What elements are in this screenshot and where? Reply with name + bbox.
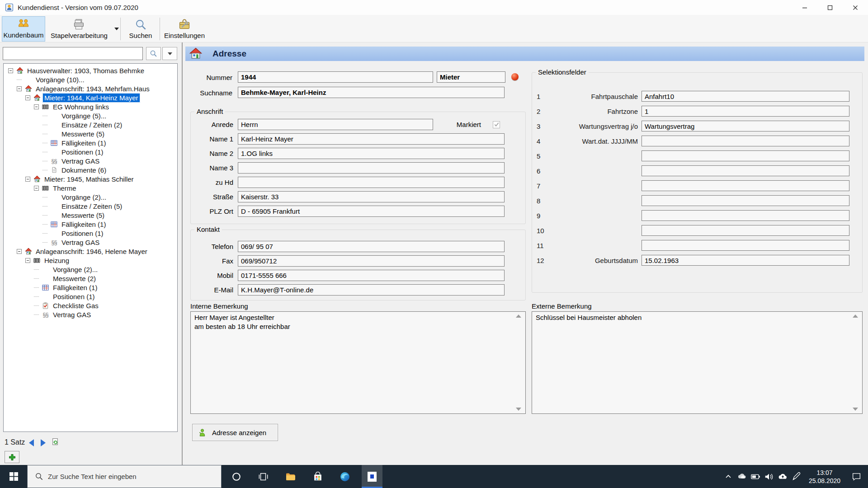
cortana-icon[interactable] [226, 465, 247, 488]
suchname-input[interactable] [238, 87, 505, 98]
selection-field-input[interactable] [642, 255, 849, 266]
selection-field-input[interactable] [642, 91, 849, 102]
toolbar-button-suchen[interactable]: Suchen [124, 16, 157, 42]
scroll-up-icon[interactable] [853, 314, 858, 318]
add-record-button[interactable] [5, 451, 19, 463]
selection-field-input[interactable] [642, 165, 849, 176]
collapse-toggle-icon[interactable] [25, 95, 30, 100]
pen-icon[interactable] [789, 465, 803, 488]
tree-item[interactable]: Hausverwalter: 1903, Thomas Behmke [4, 66, 177, 75]
microsoft-store-icon[interactable] [307, 465, 328, 488]
scroll-down-icon[interactable] [516, 408, 521, 411]
collapse-toggle-icon[interactable] [8, 68, 13, 73]
name2-input[interactable] [238, 148, 505, 159]
selection-field-input[interactable] [642, 210, 849, 221]
collapse-toggle-icon[interactable] [17, 249, 22, 254]
tree-item[interactable]: Fälligkeiten (1) [4, 283, 177, 292]
selection-field-input[interactable] [642, 106, 849, 117]
tree-item[interactable]: Vorgänge (10)... [4, 75, 177, 84]
battery-icon[interactable] [749, 465, 762, 488]
tree-item[interactable]: Dokumente (6) [4, 165, 177, 174]
tree-item[interactable]: Positionen (1) [4, 292, 177, 301]
tree-search-button[interactable] [146, 47, 161, 60]
selection-field-input[interactable] [642, 195, 849, 206]
collapse-toggle-icon[interactable] [34, 104, 39, 109]
nummer-input[interactable] [238, 71, 433, 83]
stapelverarbeitung-dropdown-icon[interactable] [114, 28, 119, 30]
file-explorer-icon[interactable] [280, 465, 301, 488]
adresse-anzeigen-button[interactable]: Adresse anzeigen [192, 424, 278, 441]
tree-item[interactable]: Messwerte (5) [4, 211, 177, 220]
fax-input[interactable] [238, 255, 505, 267]
collapse-toggle-icon[interactable] [17, 86, 22, 91]
scroll-up-icon[interactable] [516, 314, 521, 318]
selection-field-input[interactable] [642, 136, 849, 146]
toolbar-button-einstellungen[interactable]: Einstellungen [162, 16, 207, 42]
tree-item[interactable]: Einsätze / Zeiten (2) [4, 120, 177, 129]
name1-input[interactable] [238, 133, 505, 145]
tree-item[interactable]: Positionen (1) [4, 229, 177, 238]
tree-item[interactable]: Anlageanschrift: 1946, Helene Mayer [4, 247, 177, 256]
close-icon[interactable] [843, 0, 868, 15]
scroll-down-icon[interactable] [853, 408, 858, 411]
tree-item[interactable]: Positionen (1) [4, 147, 177, 156]
selection-field-input[interactable] [642, 240, 849, 251]
tree-item[interactable]: §§Vertrag GAS [4, 156, 177, 165]
maximize-icon[interactable] [817, 0, 843, 15]
selection-field-input[interactable] [642, 121, 849, 131]
taskbar-search-input[interactable]: Zur Suche Text hier eingeben [27, 465, 222, 488]
record-type-input[interactable] [437, 71, 505, 83]
tree-search-options-button[interactable] [162, 47, 177, 60]
tree-item[interactable]: Heizung [4, 256, 177, 265]
mobil-input[interactable] [238, 270, 505, 281]
tree-item[interactable]: Einsätze / Zeiten (5) [4, 202, 177, 211]
kundendienst-app-active-icon[interactable] [362, 465, 382, 488]
tree-item[interactable]: Therme [4, 183, 177, 192]
anrede-input[interactable] [238, 119, 433, 130]
edge-browser-icon[interactable] [335, 465, 355, 488]
interne-bemerkung-textarea[interactable]: Herr Mayer ist Angestellter am besten ab… [190, 311, 526, 414]
markiert-checkbox[interactable] [493, 121, 500, 128]
tree-item[interactable]: Vorgänge (2)... [4, 192, 177, 202]
taskbar-clock[interactable]: 13:07 25.08.2020 [803, 469, 846, 485]
onedrive-icon[interactable] [735, 465, 749, 488]
email-input[interactable] [238, 284, 505, 296]
selection-field-input[interactable] [642, 180, 849, 191]
collapse-toggle-icon[interactable] [25, 177, 30, 182]
tree-search-input[interactable] [3, 47, 143, 60]
selection-field-input[interactable] [642, 225, 849, 236]
selection-field-input[interactable] [642, 150, 849, 161]
strasse-input[interactable] [238, 191, 505, 202]
minimize-icon[interactable] [792, 0, 817, 15]
action-center-icon[interactable] [846, 465, 866, 488]
telefon-input[interactable] [238, 241, 505, 252]
chevron-up-icon[interactable] [722, 465, 735, 488]
toolbar-button-stapelverarbeitung[interactable]: Stapelverarbeitung [45, 16, 113, 42]
externe-bemerkung-textarea[interactable]: Schlüssel bei Hausmeister abholen [532, 311, 863, 414]
tree-item[interactable]: Vorgänge (2)... [4, 265, 177, 274]
tree-item[interactable]: Fälligkeiten (1) [4, 220, 177, 229]
tree-item[interactable]: §§Vertrag GAS [4, 238, 177, 247]
zu-hd-input[interactable] [238, 177, 505, 188]
start-button[interactable] [0, 465, 27, 488]
tree-item[interactable]: Messwerte (2) [4, 274, 177, 283]
plz-ort-input[interactable] [238, 206, 505, 217]
tree-item[interactable]: Mieter: 1944, Karl-Heinz Mayer [4, 93, 177, 102]
collapse-toggle-icon[interactable] [25, 258, 30, 263]
tree-item[interactable]: Mieter: 1945, Mathias Schiller [4, 174, 177, 183]
name3-input[interactable] [238, 162, 505, 174]
toolbar-button-kundenbaum[interactable]: Kundenbaum [2, 16, 45, 42]
tree-item[interactable]: Anlageanschrift: 1943, Mehrfam.Haus [4, 84, 177, 93]
tree-item[interactable]: Checkliste Gas [4, 301, 177, 310]
cloud-upload-icon[interactable] [776, 465, 789, 488]
tree-item[interactable]: Fälligkeiten (1) [4, 138, 177, 147]
previous-record-icon[interactable] [29, 439, 34, 446]
tree-item[interactable]: EG Wohnung links [4, 102, 177, 111]
next-record-icon[interactable] [41, 439, 46, 446]
tree-item[interactable]: §§Vertrag GAS [4, 310, 177, 319]
volume-icon[interactable] [762, 465, 776, 488]
collapse-toggle-icon[interactable] [34, 186, 39, 191]
task-view-icon[interactable] [253, 465, 274, 488]
tree-item[interactable]: Messwerte (5) [4, 129, 177, 138]
refresh-record-icon[interactable] [52, 438, 59, 447]
